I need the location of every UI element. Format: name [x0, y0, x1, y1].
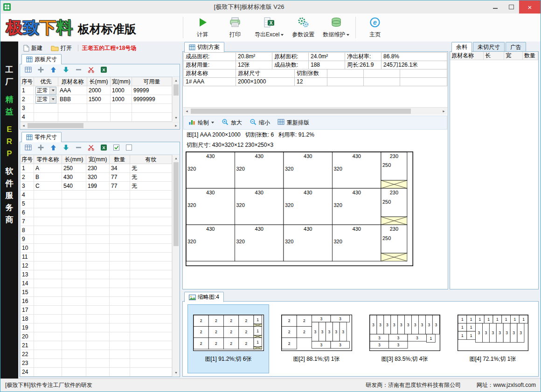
part-name-cell[interactable] — [34, 235, 62, 244]
priority-cell[interactable] — [34, 113, 58, 122]
material-name-cell[interactable] — [58, 113, 87, 122]
grain-cell[interactable] — [130, 235, 172, 244]
width-cell[interactable] — [86, 261, 110, 270]
part-name-cell[interactable] — [34, 270, 62, 279]
width-cell[interactable] — [86, 253, 110, 261]
part-name-cell[interactable] — [34, 208, 62, 217]
toolbar-button-database[interactable]: 数据维护 — [319, 15, 353, 40]
priority-cell[interactable]: 正常 — [34, 95, 58, 104]
excel-export-button[interactable]: X — [99, 144, 108, 152]
thumbnail-item[interactable]: 22222333333333图[2] 88.1%;切 1张 — [276, 304, 357, 373]
width-cell[interactable]: 1000 — [111, 95, 132, 104]
grain-cell[interactable] — [130, 297, 172, 306]
chart-button[interactable]: 绘制 — [188, 118, 214, 127]
priority-cell[interactable]: 正常 — [34, 86, 58, 95]
quantity-cell[interactable] — [110, 208, 130, 217]
part-name-cell[interactable] — [34, 341, 62, 350]
grain-cell[interactable] — [130, 341, 172, 350]
delete-row-button[interactable] — [74, 144, 83, 152]
uncheck-all-button[interactable] — [125, 144, 133, 152]
length-cell[interactable] — [62, 332, 86, 341]
scroll-down-icon[interactable]: ▼ — [173, 114, 180, 121]
width-cell[interactable] — [86, 208, 110, 217]
width-cell[interactable] — [86, 368, 110, 377]
grain-cell[interactable] — [130, 350, 172, 359]
length-cell[interactable]: 1500 — [87, 95, 111, 104]
board-table-vscrollbar[interactable]: ▲ ▼ — [172, 77, 180, 121]
length-cell[interactable]: 2000 — [87, 86, 111, 95]
quantity-cell[interactable]: 77 — [110, 173, 130, 182]
quantity-cell[interactable] — [110, 279, 130, 288]
part-name-cell[interactable] — [34, 315, 62, 323]
quantity-cell[interactable] — [110, 226, 130, 235]
quantity-cell[interactable] — [110, 217, 130, 226]
quantity-cell[interactable] — [110, 253, 130, 261]
material-row-cell[interactable] — [400, 78, 447, 86]
width-cell[interactable] — [86, 270, 110, 279]
material-name-cell[interactable] — [58, 104, 87, 113]
part-name-cell[interactable] — [34, 306, 62, 315]
width-cell[interactable]: 1000 — [111, 86, 132, 95]
length-cell[interactable] — [87, 113, 111, 122]
move-down-button[interactable] — [62, 144, 70, 152]
tab-cutting-plan[interactable]: 切割方案 — [184, 42, 224, 52]
tab-part-size[interactable]: 零件尺寸 — [21, 132, 62, 142]
width-cell[interactable] — [86, 297, 110, 306]
close-button[interactable]: × — [519, 0, 541, 14]
excel-export-button[interactable]: X — [99, 66, 108, 75]
move-up-button[interactable] — [49, 66, 57, 75]
quantity-cell[interactable] — [110, 244, 130, 253]
material-name-cell[interactable]: BBB — [58, 95, 87, 104]
grain-cell[interactable] — [130, 323, 172, 332]
length-cell[interactable]: 430 — [62, 173, 86, 182]
width-cell[interactable] — [111, 104, 132, 113]
cut-button[interactable] — [87, 66, 95, 75]
relayout-button[interactable]: 重新排版 — [277, 118, 309, 127]
grain-cell[interactable]: 无 — [130, 164, 172, 173]
new-project-button[interactable]: 新建 — [21, 43, 45, 53]
width-cell[interactable]: 320 — [86, 173, 110, 182]
quantity-cell[interactable] — [110, 288, 130, 297]
grain-cell[interactable] — [130, 226, 172, 235]
width-cell[interactable]: 230 — [86, 164, 110, 173]
toolbar-button-excel[interactable]: X导出Excel — [251, 15, 287, 40]
scroll-right-icon[interactable]: ► — [440, 108, 447, 115]
length-cell[interactable] — [62, 350, 86, 359]
open-project-button[interactable]: 打开 — [49, 43, 74, 53]
width-cell[interactable] — [86, 359, 110, 368]
quantity-cell[interactable] — [110, 261, 130, 270]
scroll-up-icon[interactable]: ▲ — [173, 155, 180, 162]
tab-thumbnails[interactable]: 缩略图:4 — [184, 292, 224, 302]
part-name-cell[interactable] — [34, 217, 62, 226]
quantity-cell[interactable] — [110, 341, 130, 350]
grain-cell[interactable] — [130, 244, 172, 253]
quantity-cell[interactable] — [110, 297, 130, 306]
delete-row-button[interactable] — [74, 66, 83, 75]
quantity-cell[interactable] — [110, 235, 130, 244]
length-cell[interactable] — [62, 199, 86, 208]
grain-cell[interactable]: 无 — [130, 173, 172, 182]
width-cell[interactable]: 199 — [86, 182, 110, 191]
quantity-cell[interactable] — [110, 191, 130, 199]
grain-cell[interactable] — [130, 288, 172, 297]
quantity-cell[interactable]: 34 — [110, 164, 130, 173]
grain-cell[interactable] — [130, 270, 172, 279]
quantity-cell[interactable] — [110, 199, 130, 208]
length-cell[interactable]: 540 — [62, 182, 86, 191]
width-cell[interactable] — [86, 315, 110, 323]
width-cell[interactable] — [86, 191, 110, 199]
width-cell[interactable] — [86, 244, 110, 253]
part-name-cell[interactable] — [34, 359, 62, 368]
part-name-cell[interactable]: C — [34, 182, 62, 191]
grid-button[interactable] — [24, 144, 32, 152]
part-name-cell[interactable] — [34, 350, 62, 359]
quantity-cell[interactable]: 77 — [110, 182, 130, 191]
grain-cell[interactable] — [130, 359, 172, 368]
length-cell[interactable]: 250 — [62, 164, 86, 173]
grain-cell[interactable] — [130, 368, 172, 377]
move-up-button[interactable] — [49, 144, 57, 152]
toolbar-button-settings[interactable]: 参数设置 — [287, 15, 319, 40]
length-cell[interactable] — [62, 315, 86, 323]
material-row-cell[interactable] — [327, 78, 364, 86]
quantity-cell[interactable] — [110, 350, 130, 359]
